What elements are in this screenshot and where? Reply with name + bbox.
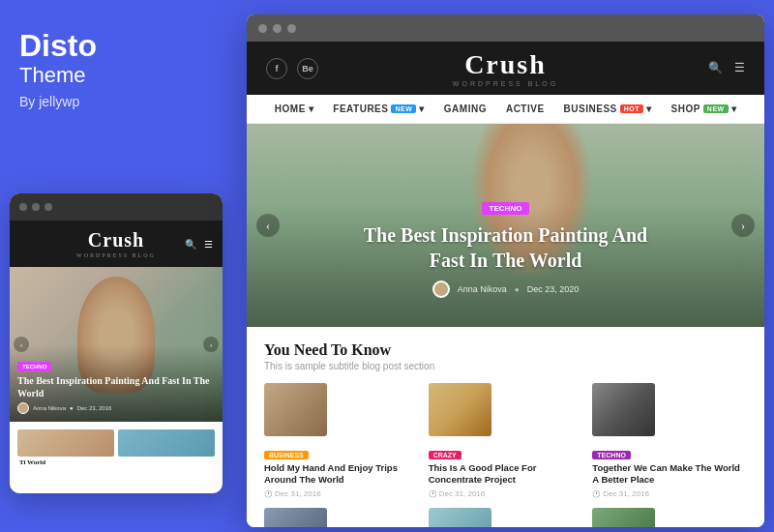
disto-title: Disto Theme	[19, 29, 213, 88]
hero-meta: Anna Nikova ● Dec 23, 2020	[361, 281, 651, 298]
nav-shop-arrow: ▾	[731, 103, 737, 114]
cards-grid-row1: BUSINESS Hold My Hand And Enjoy Trips Ar…	[264, 383, 747, 498]
card-1-date: Dec 31, 2016	[264, 489, 419, 498]
main-browser-mockup: f Be Crush WORDPRESS BLOG 🔍 ☰ HOME ▾ FEA…	[247, 15, 764, 527]
left-panel: Disto Theme By jellywp Crush WORDPRESS B…	[0, 0, 232, 532]
mini-dot-1	[19, 203, 27, 211]
nav-home-label: HOME	[275, 103, 306, 114]
mini-card-2	[116, 428, 217, 468]
nav-home-arrow: ▾	[309, 103, 314, 114]
mini-dot-3	[45, 203, 52, 211]
mini-date-sep: ●	[70, 405, 74, 411]
mini-site-header: Crush WORDPRESS BLOG 🔍 ☰	[10, 221, 223, 267]
hero-title: The Best Inspiration Painting And Fast I…	[361, 222, 651, 273]
card-1: BUSINESS Hold My Hand And Enjoy Trips Ar…	[264, 383, 419, 498]
hero-badge: TECHNO	[482, 202, 530, 215]
site-nav: HOME ▾ FEATURES NEW ▾ GAMING ACTIVE BUSI…	[247, 95, 764, 124]
card-5: BUSINESS Best Lighting For Outdoor Photo…	[429, 508, 583, 527]
nav-gaming-label: GAMING	[444, 103, 487, 114]
mini-browser-bar	[10, 193, 223, 221]
mini-hero-overlay: TECHNO The Best Inspiration Painting And…	[10, 345, 223, 422]
card-3-title: Together We Can Make The World A Better …	[592, 462, 747, 487]
hero-section: TECHNO The Best Inspiration Painting And…	[247, 124, 764, 327]
nav-shop[interactable]: SHOP NEW ▾	[662, 103, 747, 114]
content-section: You Need To Know This is sample subtitle…	[247, 327, 764, 527]
header-social-icons: f Be	[266, 58, 318, 79]
card-1-img	[264, 383, 327, 436]
business-badge: HOT	[620, 104, 643, 113]
card-2-date: Dec 31, 2016	[429, 489, 583, 498]
nav-active-label: ACTIVE	[506, 103, 545, 114]
search-icon[interactable]: 🔍	[708, 61, 723, 75]
card-2-badge: CRAZY	[429, 451, 461, 459]
by-label: By jellywp	[19, 94, 213, 109]
mini-date: Dec 23, 2016	[77, 405, 112, 411]
mini-browser-mockup: Crush WORDPRESS BLOG 🔍 ☰ TECHNO The Best…	[10, 193, 223, 493]
section-title: You Need To Know	[264, 341, 747, 359]
features-badge: NEW	[391, 104, 416, 113]
mini-card-1: Ti World	[15, 428, 116, 468]
card-3-img	[592, 383, 655, 436]
main-dot-2	[273, 24, 282, 33]
nav-features[interactable]: FEATURES NEW ▾	[323, 103, 434, 114]
cards-grid-row2: TECHNO Relaxing With Nice View After Enj…	[264, 508, 747, 527]
card-3-content: TECHNO Together We Can Make The World A …	[592, 444, 747, 498]
site-header: f Be Crush WORDPRESS BLOG 🔍 ☰	[247, 42, 764, 95]
card-4-img	[264, 508, 327, 527]
mini-header-icons: 🔍 ☰	[185, 239, 213, 250]
nav-home[interactable]: HOME ▾	[265, 103, 324, 114]
hero-prev-arrow[interactable]: ‹	[256, 214, 280, 237]
hero-author: Anna Nikova	[458, 284, 507, 294]
card-1-title: Hold My Hand And Enjoy Trips Around The …	[264, 462, 419, 487]
card-2-title: This Is A Good Place For Concentrate Pro…	[429, 462, 583, 487]
mini-menu-icon: ☰	[204, 239, 213, 250]
hero-sep: ●	[515, 285, 520, 294]
nav-active[interactable]: ACTIVE	[496, 103, 554, 114]
card-6-img	[592, 508, 655, 527]
main-dot-1	[258, 24, 267, 33]
menu-icon[interactable]: ☰	[734, 61, 745, 75]
mini-techno-badge: TECHNO	[17, 362, 51, 371]
mini-crush-logo: Crush	[76, 229, 156, 251]
card-4: TECHNO Relaxing With Nice View After Enj…	[264, 508, 419, 527]
mini-avatar	[17, 402, 29, 414]
card-2: CRAZY This Is A Good Place For Concentra…	[429, 383, 583, 498]
main-dot-3	[287, 24, 296, 33]
mini-hero-image: TECHNO The Best Inspiration Painting And…	[10, 267, 223, 422]
hero-date: Dec 23, 2020	[527, 284, 580, 294]
card-3-badge: TECHNO	[592, 451, 631, 459]
nav-business-label: BUSINESS	[564, 103, 617, 114]
hero-avatar	[432, 281, 450, 298]
section-subtitle: This is sample subtitle blog post sectio…	[264, 361, 747, 371]
mini-cards-row: Ti World	[10, 422, 223, 474]
mini-card-img-1	[17, 429, 114, 457]
hero-content: TECHNO The Best Inspiration Painting And…	[361, 197, 651, 298]
nav-business[interactable]: BUSINESS HOT ▾	[554, 103, 662, 114]
card-2-content: CRAZY This Is A Good Place For Concentra…	[429, 444, 583, 498]
mini-search-icon: 🔍	[185, 239, 196, 250]
card-1-badge: BUSINESS	[264, 451, 309, 459]
card-2-img	[429, 383, 491, 436]
facebook-icon[interactable]: f	[266, 58, 287, 79]
mini-ti-world-title: Ti World	[17, 457, 114, 466]
main-browser-bar	[247, 15, 764, 42]
mini-hero-text: The Best Inspiration Painting And Fast I…	[17, 374, 215, 399]
nav-business-arrow: ▾	[646, 103, 652, 114]
header-logo: Crush WORDPRESS BLOG	[453, 49, 558, 87]
behance-icon[interactable]: Be	[297, 58, 318, 79]
mini-card-img-2	[118, 429, 215, 457]
nav-features-label: FEATURES	[333, 103, 388, 114]
card-1-content: BUSINESS Hold My Hand And Enjoy Trips Ar…	[264, 444, 419, 498]
mini-hero-meta: Anna Nikova ● Dec 23, 2016	[17, 402, 215, 414]
card-6: HEALTH New Skill With The Height Quality…	[592, 508, 747, 527]
mini-author-name: Anna Nikova	[33, 405, 66, 411]
shop-badge: NEW	[703, 104, 729, 113]
nav-features-arrow: ▾	[419, 103, 425, 114]
nav-gaming[interactable]: GAMING	[434, 103, 496, 114]
nav-shop-label: SHOP	[671, 103, 700, 114]
card-3: TECHNO Together We Can Make The World A …	[592, 383, 747, 498]
crush-logo: Crush	[453, 49, 558, 80]
mini-crush-sub: WORDPRESS BLOG	[76, 252, 156, 258]
hero-next-arrow[interactable]: ›	[731, 214, 755, 237]
crush-sub: WORDPRESS BLOG	[453, 80, 558, 87]
